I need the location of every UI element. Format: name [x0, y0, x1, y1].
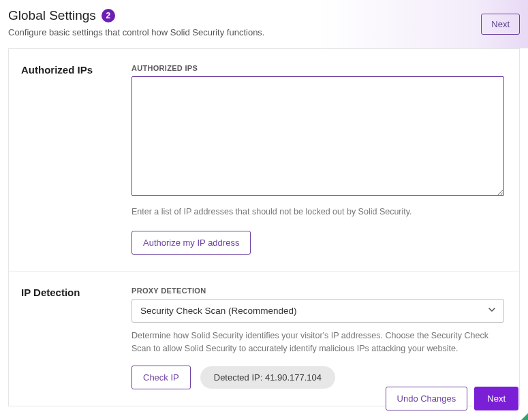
authorize-my-ip-button[interactable]: Authorize my IP address [131, 231, 251, 255]
proxy-caption: PROXY DETECTION [131, 287, 504, 295]
resize-corner-icon [521, 413, 528, 420]
ip-detection-section: IP Detection PROXY DETECTION Security Ch… [9, 272, 519, 406]
next-button-top[interactable]: Next [481, 14, 520, 35]
page-title: Global Settings [8, 8, 96, 23]
proxy-detection-select[interactable]: Security Check Scan (Recommended) [131, 299, 504, 323]
title-row: Global Settings 2 [8, 8, 520, 23]
section-label-ipdetect: IP Detection [21, 287, 131, 390]
footer-actions: Undo Changes Next [386, 387, 518, 410]
page-header: Global Settings 2 Configure basic settin… [0, 0, 528, 48]
proxy-help: Determine how Solid Security identifies … [131, 329, 504, 355]
section-label-authorized: Authorized IPs [21, 64, 131, 255]
undo-changes-button[interactable]: Undo Changes [386, 387, 468, 410]
detected-ip-pill: Detected IP: 41.90.177.104 [200, 366, 335, 389]
settings-card: Authorized IPs AUTHORIZED IPS Enter a li… [8, 48, 520, 406]
authorized-ips-section: Authorized IPs AUTHORIZED IPS Enter a li… [9, 49, 519, 272]
authorized-caption: AUTHORIZED IPS [131, 64, 504, 72]
step-badge: 2 [102, 9, 115, 22]
authorized-body: AUTHORIZED IPS Enter a list of IP addres… [131, 64, 504, 255]
check-ip-row: Check IP Detected IP: 41.90.177.104 [131, 366, 504, 389]
check-ip-button[interactable]: Check IP [131, 366, 191, 389]
next-button-bottom[interactable]: Next [474, 387, 518, 410]
page-subtitle: Configure basic settings that control ho… [8, 27, 520, 37]
proxy-select-wrap: Security Check Scan (Recommended) [131, 299, 504, 323]
authorized-ips-textarea[interactable] [131, 76, 504, 196]
authorized-help: Enter a list of IP addresses that should… [131, 206, 504, 219]
ipdetect-body: PROXY DETECTION Security Check Scan (Rec… [131, 287, 504, 390]
